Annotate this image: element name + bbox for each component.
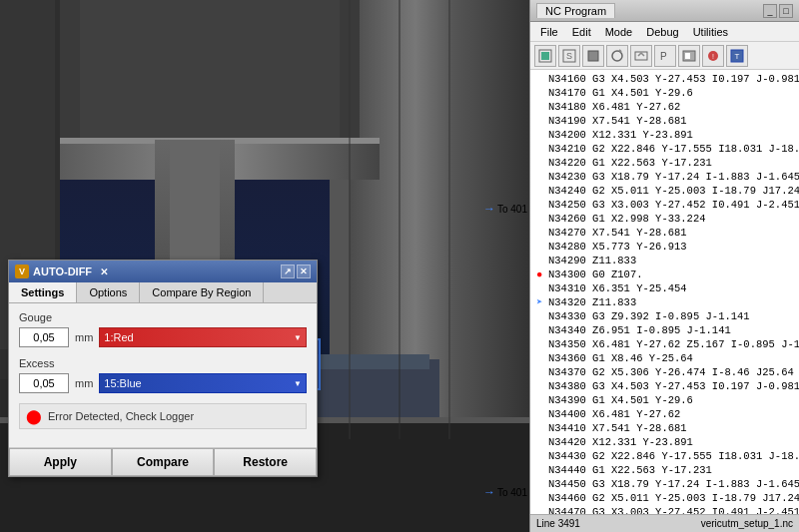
autodiff-restore-btn[interactable]: ↗: [281, 265, 295, 278]
nc-line-text: N34410 X7.541 Y-28.681: [548, 422, 687, 434]
nc-line-text: N34370 G2 X5.306 Y-26.474 I-8.46 J25.64: [548, 366, 794, 378]
nc-menu-debug[interactable]: Debug: [640, 25, 684, 39]
nc-line-text: N34240 G2 X5.011 Y-25.003 I-18.79 J17.24: [548, 185, 799, 197]
line-marker: [536, 379, 548, 393]
gouge-value-input[interactable]: [19, 327, 69, 347]
nc-line-text: N34450 G3 X18.79 Y-17.24 I-1.883 J-1.645: [548, 478, 799, 490]
error-icon: ⬤: [26, 408, 42, 424]
svg-rect-26: [541, 52, 549, 60]
nc-toolbar-btn9[interactable]: T: [726, 45, 748, 67]
line-marker: [536, 505, 548, 514]
to401-label-bottom: To 401: [497, 487, 527, 498]
compare-button[interactable]: Compare: [112, 448, 215, 476]
autodiff-tab-options[interactable]: Options: [77, 282, 140, 302]
nc-line-text: N34250 G3 X3.003 Y-27.452 I0.491 J-2.451: [548, 199, 799, 211]
line-marker-blue: ➤: [536, 295, 548, 309]
nc-line-text: N34300 G0 Z107.: [548, 268, 643, 280]
nc-line-text: N34320 Z11.833: [548, 296, 636, 308]
line-marker: [536, 449, 548, 463]
autodiff-close-btn[interactable]: ✕: [297, 265, 311, 278]
svg-rect-29: [588, 51, 598, 61]
nc-line: N34220 G1 X22.563 Y-17.231: [534, 156, 795, 170]
restore-button[interactable]: Restore: [214, 448, 317, 476]
excess-row: mm 15:Blue ▼: [19, 373, 307, 393]
gouge-color-dropdown[interactable]: 1:Red ▼: [99, 327, 307, 347]
autodiff-tabs: Settings Options Compare By Region: [9, 282, 317, 303]
line-marker: [536, 114, 548, 128]
nc-line-text: N34420 X12.331 Y-23.891: [548, 436, 693, 448]
line-marker: [536, 281, 548, 295]
nc-line-text: N34310 X6.351 Y-25.454: [548, 282, 687, 294]
nc-titlebar: NC Program _ □: [530, 0, 799, 22]
nc-maximize-button[interactable]: □: [779, 4, 793, 18]
line-marker: [536, 128, 548, 142]
nc-toolbar-btn1[interactable]: [534, 45, 556, 67]
nc-toolbar-btn6[interactable]: P: [654, 45, 676, 67]
nc-line-text: N34270 X7.541 Y-28.681: [548, 227, 687, 239]
line-marker: [536, 463, 548, 477]
line-marker: [536, 491, 548, 505]
autodiff-tab-settings[interactable]: Settings: [9, 282, 77, 302]
nc-menu-file[interactable]: File: [534, 25, 564, 39]
nc-line-text: N34230 G3 X18.79 Y-17.24 I-1.883 J-1.645: [548, 171, 799, 183]
nc-toolbar-btn5[interactable]: [630, 45, 652, 67]
autodiff-panel: V AUTO-DIFF ✕ ↗ ✕ Settings Options Compa…: [8, 260, 318, 477]
gouge-dropdown-arrow: ▼: [294, 333, 302, 342]
nc-menu-utilities[interactable]: Utilities: [687, 25, 734, 39]
autodiff-title-left: V AUTO-DIFF ✕: [15, 265, 108, 278]
svg-rect-35: [685, 53, 690, 59]
nc-filename: vericutm_setup_1.nc: [701, 518, 793, 529]
nc-line: N34350 X6.481 Y-27.62 Z5.167 I-0.895 J-1: [534, 337, 795, 351]
nc-line-text: N34340 Z6.951 I-0.895 J-1.141: [548, 324, 731, 336]
line-marker: [536, 421, 548, 435]
nc-toolbar-btn7[interactable]: [678, 45, 700, 67]
gouge-color-label: 1:Red: [104, 331, 133, 343]
nc-line-text: N34190 X7.541 Y-28.681: [548, 115, 687, 127]
nc-line-text: N34380 G3 X4.503 Y-27.453 I0.197 J-0.981: [548, 380, 799, 392]
nc-line: N34290 Z11.833: [534, 254, 795, 267]
nc-toolbar-btn2[interactable]: S: [558, 45, 580, 67]
error-text: Error Detected, Check Logger: [48, 410, 194, 422]
nc-code-content[interactable]: N34160 G3 X4.503 Y-27.453 I0.197 J-0.981…: [530, 70, 799, 514]
nc-toolbar-btn8[interactable]: !: [702, 45, 724, 67]
nc-line-text: N34260 G1 X2.998 Y-33.224: [548, 213, 706, 225]
autodiff-body: Gouge mm 1:Red ▼ Excess mm 15:Blue ▼ ⬤ E…: [9, 303, 317, 447]
excess-unit: mm: [75, 377, 93, 389]
nc-menu-edit[interactable]: Edit: [566, 25, 597, 39]
line-marker: [536, 323, 548, 337]
nc-menu-mode[interactable]: Mode: [599, 25, 639, 39]
gouge-unit: mm: [75, 331, 93, 343]
svg-text:S: S: [566, 51, 572, 61]
line-marker: [536, 226, 548, 240]
error-row: ⬤ Error Detected, Check Logger: [19, 403, 307, 429]
gouge-row: mm 1:Red ▼: [19, 327, 307, 347]
line-marker: [536, 407, 548, 421]
nc-win-controls: _ □: [763, 4, 793, 18]
nc-line: N34200 X12.331 Y-23.891: [534, 128, 795, 142]
autodiff-titlebar: V AUTO-DIFF ✕ ↗ ✕: [9, 261, 317, 282]
nc-line: N34250 G3 X3.003 Y-27.452 I0.491 J-2.451: [534, 198, 795, 212]
nc-toolbar-btn3[interactable]: [582, 45, 604, 67]
nc-minimize-button[interactable]: _: [763, 4, 777, 18]
line-marker: [536, 351, 548, 365]
autodiff-close-x[interactable]: ✕: [100, 266, 108, 277]
excess-color-dropdown[interactable]: 15:Blue ▼: [99, 373, 307, 393]
nc-line: N34240 G2 X5.011 Y-25.003 I-18.79 J17.24: [534, 184, 795, 198]
line-marker: [536, 365, 548, 379]
svg-text:T: T: [735, 52, 740, 61]
to401-label-top: To 401: [497, 204, 527, 215]
to401-arrow-bottom: →: [483, 485, 495, 499]
nc-toolbar: S P ! T: [530, 42, 799, 70]
line-marker: [536, 337, 548, 351]
nc-toolbar-btn4[interactable]: [606, 45, 628, 67]
apply-button[interactable]: Apply: [9, 448, 112, 476]
nc-line-text: N34210 G2 X22.846 Y-17.555 I18.031 J-18.: [548, 143, 799, 155]
nc-line: N34330 G3 Z9.392 I-0.895 J-1.141: [534, 309, 795, 323]
excess-value-input[interactable]: [19, 373, 69, 393]
line-marker: [536, 477, 548, 491]
autodiff-tab-compare-region[interactable]: Compare By Region: [140, 282, 264, 302]
nc-menubar: File Edit Mode Debug Utilities: [530, 22, 799, 42]
nc-program-tab[interactable]: NC Program: [536, 3, 615, 18]
nc-line-text: N34470 G3 X3.003 Y-27.452 I0.491 J-2.451: [548, 506, 799, 514]
nc-line: N34280 X5.773 Y-26.913: [534, 240, 795, 254]
